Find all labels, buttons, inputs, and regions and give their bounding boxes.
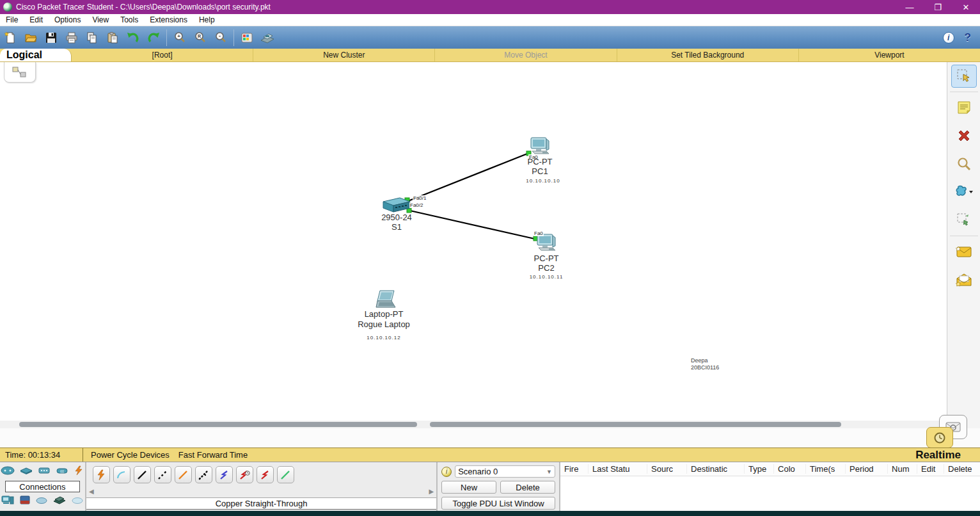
category-custom-made-devices-icon[interactable] bbox=[52, 496, 67, 507]
category-hubs-icon[interactable] bbox=[38, 466, 51, 478]
cable-octal-icon[interactable] bbox=[277, 466, 294, 483]
pdu-col-color: Colo bbox=[774, 464, 806, 474]
cable-copper-straight-through-icon[interactable] bbox=[134, 466, 151, 483]
cable-copper-cross-over-icon[interactable] bbox=[154, 466, 171, 483]
category-switches-icon[interactable] bbox=[19, 466, 33, 478]
category-connections-icon[interactable] bbox=[74, 465, 84, 478]
menu-edit[interactable]: Edit bbox=[24, 15, 49, 24]
inspect-tool[interactable] bbox=[951, 152, 977, 175]
category-end-devices-icon[interactable] bbox=[1, 495, 15, 508]
add-simple-pdu-tool[interactable] bbox=[951, 240, 977, 263]
pdu-col-last-status: Last Statu bbox=[589, 464, 647, 474]
fast-forward-time-button[interactable]: Fast Forward Time bbox=[178, 450, 248, 460]
menu-view[interactable]: View bbox=[86, 15, 115, 24]
pdu-col-edit: Edit bbox=[917, 464, 944, 474]
tab-logical[interactable]: Logical bbox=[0, 49, 72, 61]
laptop-name-label: Rogue Laptop bbox=[355, 319, 413, 329]
add-complex-pdu-tool[interactable] bbox=[951, 268, 977, 291]
zoom-out-icon[interactable]: - bbox=[210, 28, 231, 47]
copy-icon[interactable] bbox=[82, 28, 102, 47]
save-icon[interactable] bbox=[41, 28, 61, 47]
cable-auto-icon[interactable] bbox=[93, 466, 110, 483]
scenario-delete-button[interactable]: Delete bbox=[500, 481, 555, 494]
window-title: Cisco Packet Tracer Student - C:\Users\D… bbox=[16, 3, 271, 12]
scrollbar-thumb[interactable] bbox=[19, 422, 417, 427]
category-routers-icon[interactable] bbox=[1, 466, 15, 478]
category-security-icon[interactable] bbox=[19, 495, 31, 508]
device-switch-s1[interactable] bbox=[381, 197, 413, 214]
switch-model-label: 2950-24 bbox=[374, 213, 419, 222]
scroll-right-icon[interactable]: ▶ bbox=[429, 488, 434, 495]
pdu-list-table: Fire Last Statu Sourc Destinatic Type Co… bbox=[560, 462, 980, 511]
zoom-in-icon[interactable]: + bbox=[170, 28, 190, 47]
scenario-info-icon: i bbox=[441, 467, 452, 477]
svg-text:+: + bbox=[177, 33, 180, 39]
category-wireless-devices-icon[interactable]: ((( bbox=[55, 466, 69, 478]
pc2-model-label: PC-PT bbox=[524, 254, 569, 263]
device-rogue-laptop[interactable] bbox=[371, 289, 399, 311]
custom-devices-dialog-icon[interactable] bbox=[257, 28, 278, 47]
menu-help[interactable]: Help bbox=[193, 15, 221, 24]
category-wan-emulation-icon[interactable] bbox=[35, 496, 48, 507]
viewport-button[interactable]: Viewport bbox=[799, 49, 980, 61]
new-cluster-button[interactable]: New Cluster bbox=[253, 49, 435, 61]
category-multiuser-icon[interactable] bbox=[71, 496, 84, 507]
common-tools-bar bbox=[947, 62, 980, 448]
open-file-icon[interactable] bbox=[20, 28, 41, 47]
select-tool[interactable] bbox=[951, 65, 977, 88]
status-bar: Time: 00:13:34 Power Cycle Devices Fast … bbox=[0, 447, 980, 462]
scenario-selected-label: Scenario 0 bbox=[458, 467, 498, 476]
place-note-tool[interactable] bbox=[951, 96, 977, 119]
pdu-col-periodic: Period bbox=[846, 464, 888, 474]
workspace-tab-icon[interactable] bbox=[4, 62, 36, 83]
scenario-new-button[interactable]: New bbox=[441, 481, 496, 494]
canvas-horizontal-scrollbar[interactable] bbox=[0, 421, 945, 428]
draw-shape-tool[interactable] bbox=[951, 181, 977, 204]
close-button[interactable]: ✕ bbox=[952, 3, 980, 12]
redo-icon[interactable] bbox=[143, 28, 164, 47]
cable-console-icon[interactable] bbox=[113, 466, 130, 483]
power-cycle-devices-button[interactable]: Power Cycle Devices bbox=[91, 450, 170, 460]
breadcrumb-root[interactable]: [Root] bbox=[72, 49, 253, 61]
menu-file[interactable]: File bbox=[0, 15, 24, 24]
connection-palette-scrollbar[interactable]: ◀ ▶ bbox=[89, 487, 434, 496]
chevron-down-icon: ▼ bbox=[546, 469, 552, 475]
pdu-col-num: Num bbox=[888, 464, 917, 474]
cable-fiber-icon[interactable] bbox=[175, 466, 192, 483]
cable-coaxial-icon[interactable] bbox=[216, 466, 233, 483]
menu-bar: File Edit Options View Tools Extensions … bbox=[0, 14, 980, 26]
info-button[interactable]: i bbox=[943, 32, 954, 44]
paste-icon[interactable] bbox=[102, 28, 123, 47]
connection-type-palette: ◀ ▶ Copper Straight-Through bbox=[86, 462, 438, 511]
title-bar: Cisco Packet Tracer Student - C:\Users\D… bbox=[0, 0, 980, 14]
toggle-pdu-list-window-button[interactable]: Toggle PDU List Window bbox=[441, 497, 555, 510]
menu-tools[interactable]: Tools bbox=[115, 15, 144, 24]
minimize-button[interactable]: — bbox=[896, 3, 924, 12]
switch-port-label-fa01: Fa0/1 bbox=[413, 195, 427, 201]
pc1-ip-label: 10.10.10.10 bbox=[514, 178, 572, 184]
print-icon[interactable] bbox=[61, 28, 82, 47]
laptop-ip-label: 10.10.10.12 bbox=[355, 335, 413, 341]
scenario-select[interactable]: Scenario 0 ▼ bbox=[455, 465, 555, 478]
simulation-time: Time: 00:13:34 bbox=[0, 448, 83, 462]
device-type-palette: ((( Connections bbox=[0, 462, 86, 511]
pdu-col-delete: Delete bbox=[944, 464, 980, 474]
zoom-reset-icon[interactable]: R bbox=[190, 28, 210, 47]
palette-dialog-icon[interactable] bbox=[237, 28, 257, 47]
help-button[interactable]: ? bbox=[965, 31, 971, 44]
scroll-left-icon[interactable]: ◀ bbox=[89, 488, 94, 495]
delete-tool[interactable] bbox=[951, 124, 977, 147]
set-tiled-background-button[interactable]: Set Tiled Background bbox=[617, 49, 799, 61]
resize-shape-tool[interactable] bbox=[951, 209, 977, 232]
cable-phone-icon[interactable] bbox=[195, 466, 212, 483]
cable-serial-dte-icon[interactable] bbox=[257, 466, 274, 483]
new-file-icon[interactable] bbox=[0, 28, 20, 47]
scrollbar-thumb[interactable] bbox=[430, 422, 841, 427]
maximize-button[interactable]: ❐ bbox=[924, 3, 952, 12]
cable-serial-dce-icon[interactable] bbox=[236, 466, 253, 483]
realtime-mode-tab[interactable] bbox=[926, 427, 953, 448]
menu-extensions[interactable]: Extensions bbox=[144, 15, 193, 24]
undo-icon[interactable] bbox=[123, 28, 143, 47]
logical-workspace-canvas[interactable]: 2950-24 S1 Fa0/1 Fa0/2 Fa0 PC-PT PC1 10.… bbox=[0, 62, 945, 421]
menu-options[interactable]: Options bbox=[49, 15, 86, 24]
